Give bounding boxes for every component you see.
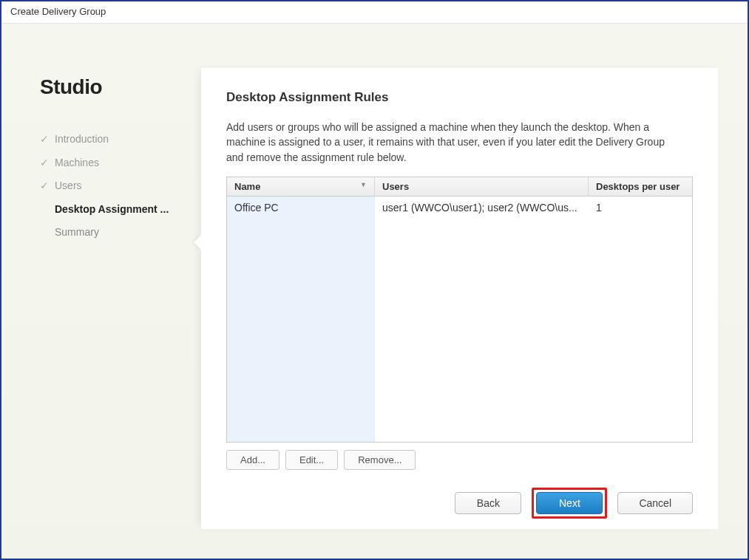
- step-label: Summary: [55, 225, 99, 240]
- page-title: Desktop Assignment Rules: [226, 90, 693, 105]
- table-rows: Office PC user1 (WWCO\user1); user2 (WWC…: [227, 197, 692, 219]
- table-action-buttons: Add... Edit... Remove...: [226, 450, 693, 470]
- remove-button[interactable]: Remove...: [344, 450, 416, 470]
- next-button-highlight: Next: [532, 488, 607, 519]
- selected-column-highlight: [227, 197, 375, 442]
- step-label: Introduction: [55, 132, 109, 147]
- wizard-sidebar: Studio ✓ Introduction ✓ Machines ✓ Users…: [1, 24, 201, 559]
- page-description: Add users or groups who will be assigned…: [226, 120, 685, 165]
- dialog-body: Studio ✓ Introduction ✓ Machines ✓ Users…: [1, 24, 748, 559]
- cell-desktops: 1: [589, 197, 692, 219]
- column-header-name[interactable]: Name: [227, 177, 375, 196]
- check-icon: ✓: [40, 156, 52, 171]
- step-label: Desktop Assignment ...: [55, 202, 169, 217]
- step-label: Machines: [55, 156, 99, 171]
- step-label: Users: [55, 179, 82, 194]
- wizard-steps-list: ✓ Introduction ✓ Machines ✓ Users Deskto…: [40, 132, 201, 240]
- add-button[interactable]: Add...: [226, 450, 279, 470]
- check-icon: ✓: [40, 132, 52, 147]
- column-header-users[interactable]: Users: [375, 177, 589, 196]
- cell-name: Office PC: [227, 197, 375, 219]
- step-summary[interactable]: Summary: [40, 225, 201, 240]
- step-machines[interactable]: ✓ Machines: [40, 156, 201, 171]
- check-icon: ✓: [40, 179, 52, 194]
- table-row[interactable]: Office PC user1 (WWCO\user1); user2 (WWC…: [227, 197, 692, 219]
- table-header: Name Users Desktops per user: [227, 177, 692, 197]
- window-titlebar: Create Delivery Group: [1, 1, 748, 24]
- wizard-buttons: Back Next Cancel: [455, 488, 693, 519]
- step-desktop-assignment[interactable]: Desktop Assignment ...: [40, 202, 201, 217]
- step-introduction[interactable]: ✓ Introduction: [40, 132, 201, 147]
- step-users[interactable]: ✓ Users: [40, 179, 201, 194]
- back-button[interactable]: Back: [455, 492, 521, 514]
- content-panel: Desktop Assignment Rules Add users or gr…: [201, 68, 718, 529]
- column-header-desktops[interactable]: Desktops per user: [589, 177, 692, 196]
- window-title: Create Delivery Group: [10, 6, 106, 17]
- cell-users: user1 (WWCO\user1); user2 (WWCO\us...: [375, 197, 589, 219]
- next-button[interactable]: Next: [536, 492, 603, 514]
- edit-button[interactable]: Edit...: [285, 450, 338, 470]
- brand-title: Studio: [40, 75, 201, 99]
- rules-table: Name Users Desktops per user Office PC u…: [226, 177, 693, 443]
- cancel-button[interactable]: Cancel: [617, 492, 693, 514]
